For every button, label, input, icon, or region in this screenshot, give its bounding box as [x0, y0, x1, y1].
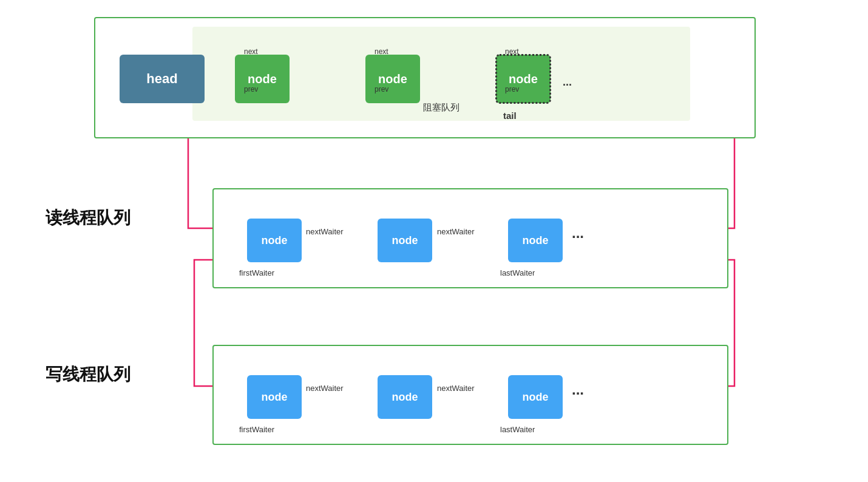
top-section: 阻塞队列 head node node node tail next prev …: [94, 17, 756, 138]
read-node-2-label: node: [392, 234, 418, 247]
write-section-title: 写线程队列: [46, 363, 131, 386]
read-node-3-label: node: [523, 234, 549, 247]
prev-label-3: prev: [505, 85, 519, 93]
next-label-2: next: [375, 47, 388, 56]
write-node-1-label: node: [262, 391, 288, 404]
write-section: node firstWaiter nextWaiter node nextWai…: [212, 345, 728, 445]
read-last-waiter-label: lastWaiter: [500, 268, 535, 277]
top-node-2-label: node: [378, 72, 407, 86]
blocking-queue-label: 阻塞队列: [423, 102, 459, 114]
read-first-waiter-label: firstWaiter: [239, 268, 274, 277]
next-label-3: next: [505, 47, 519, 56]
head-label: head: [146, 71, 177, 87]
read-section-title: 读线程队列: [46, 206, 131, 229]
next-label-1: next: [244, 47, 258, 56]
tail-dots: ...: [563, 76, 572, 89]
diagram-container: 阻塞队列 head node node node tail next prev …: [0, 0, 868, 482]
read-section: node firstWaiter nextWaiter node nextWai…: [212, 188, 728, 288]
read-node-3: node: [508, 219, 563, 262]
write-node-3-label: node: [523, 391, 549, 404]
read-ellipsis: ...: [572, 225, 584, 242]
write-ellipsis: ...: [572, 381, 584, 398]
read-next-waiter-2: nextWaiter: [437, 227, 475, 236]
read-node-1-label: node: [262, 234, 288, 247]
prev-label-2: prev: [375, 85, 388, 93]
write-first-waiter-label: firstWaiter: [239, 425, 274, 434]
top-node-1-label: node: [248, 72, 277, 86]
read-next-waiter-1: nextWaiter: [306, 227, 344, 236]
write-node-2: node: [378, 375, 432, 419]
top-node-2: node: [365, 55, 420, 103]
write-next-waiter-1: nextWaiter: [306, 384, 344, 393]
tail-label: tail: [503, 110, 517, 121]
top-node-1: node: [235, 55, 290, 103]
read-node-2: node: [378, 219, 432, 262]
write-node-1: node: [247, 375, 302, 419]
write-next-waiter-2: nextWaiter: [437, 384, 475, 393]
top-node-3-tail: node: [496, 55, 551, 103]
read-node-1: node: [247, 219, 302, 262]
write-node-2-label: node: [392, 391, 418, 404]
write-node-3: node: [508, 375, 563, 419]
write-last-waiter-label: lastWaiter: [500, 425, 535, 434]
top-node-3-label: node: [509, 72, 538, 86]
head-box: head: [120, 55, 205, 103]
prev-label-1: prev: [244, 85, 258, 93]
